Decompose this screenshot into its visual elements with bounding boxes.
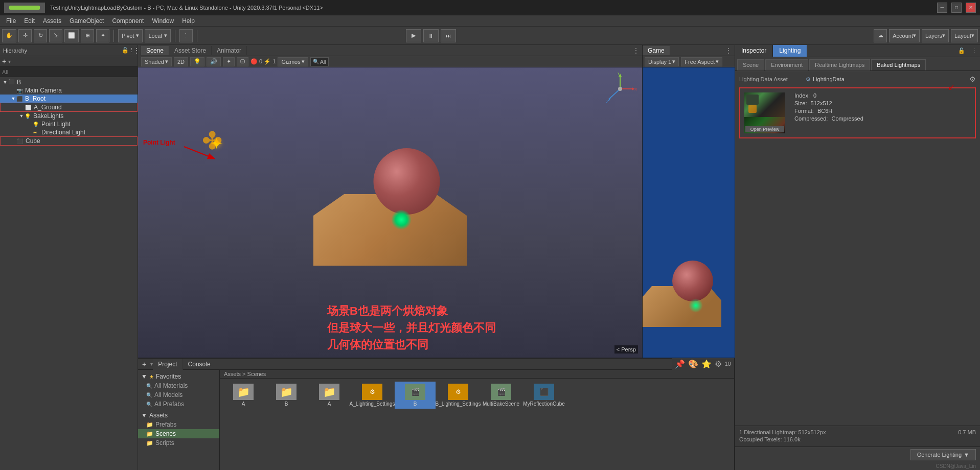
proj-all-materials[interactable]: 🔍 All Materials	[138, 381, 219, 390]
menu-edit[interactable]: Edit	[20, 16, 39, 26]
asset-label: A	[242, 401, 245, 407]
game-panel-options[interactable]: ⋮	[722, 46, 735, 55]
generate-lighting-btn[interactable]: Generate Lighting ▼	[910, 449, 976, 460]
menu-file[interactable]: File	[2, 16, 20, 26]
custom-tool[interactable]: ✦	[96, 29, 109, 42]
maximize-btn[interactable]: □	[951, 3, 962, 13]
tab-animator[interactable]: Animator	[212, 46, 247, 55]
rotate-tool[interactable]: ↻	[34, 29, 47, 42]
display-dropdown[interactable]: Display 1 ▾	[645, 57, 679, 66]
asset-reflection-cube[interactable]: ⬛ MyReflectionCube	[523, 382, 564, 409]
asset-lighting-settings-b[interactable]: ⚙ B_Lighting_Settings	[438, 382, 478, 409]
proj-options-btn[interactable]: ⚙	[715, 359, 722, 369]
lighting-tab-realtime[interactable]: Realtime Lightmaps	[809, 59, 870, 70]
asset-label: MultiBakeScene	[483, 401, 519, 407]
asset-multibake[interactable]: 🎬 MultiBakeScene	[481, 382, 521, 409]
aspect-dropdown[interactable]: Free Aspect ▾	[681, 57, 722, 66]
tab-project[interactable]: Project	[153, 359, 183, 370]
menu-help[interactable]: Help	[178, 16, 199, 26]
proj-lock-btn[interactable]: 📌	[675, 359, 685, 369]
proj-settings-btn[interactable]: 🎨	[688, 359, 698, 369]
main-area: Hierarchy 🔓 ⋮ + ▾ ▼ ⬛ B ▶ 📷 Main Camera	[0, 45, 980, 470]
open-preview-btn[interactable]: Open Preview	[745, 126, 784, 132]
proj-star-btn[interactable]: ⭐	[701, 359, 712, 369]
account-btn[interactable]: Account ▾	[889, 29, 920, 42]
lighting-data-asset-row: Lighting Data Asset ⚙ LightingData ⚙	[739, 75, 976, 83]
proj-all-models[interactable]: 🔍 All Models	[138, 390, 219, 400]
tab-inspector[interactable]: Inspector	[735, 45, 773, 57]
lighting-tab-environment[interactable]: Environment	[765, 59, 808, 70]
add-hierarchy-btn[interactable]: +	[2, 57, 6, 65]
hier-item-a-ground[interactable]: ▶ ⬜ A_Ground	[0, 103, 138, 112]
baked-lightmaps-content: Lighting Data Asset ⚙ LightingData ⚙ ↙	[735, 71, 980, 252]
play-btn[interactable]: ▶	[406, 29, 421, 42]
asset-folder-a1[interactable]: 📁 A	[223, 382, 264, 409]
scene-nav-btn[interactable]: ⛁	[237, 57, 248, 66]
local-dropdown[interactable]: Local ▾	[145, 29, 170, 42]
tab-console[interactable]: Console	[183, 359, 216, 370]
asset-folder-b[interactable]: 📁 B	[266, 382, 307, 409]
proj-scripts[interactable]: 📁 Scripts	[138, 438, 219, 448]
favorites-header[interactable]: ▼ ★ Favorites	[138, 372, 219, 381]
hier-item-b[interactable]: ▼ ⬛ B	[0, 78, 138, 86]
2d-toggle[interactable]: 2D	[174, 57, 188, 66]
tab-asset-store[interactable]: Asset Store	[169, 46, 212, 55]
hierarchy-search[interactable]	[0, 67, 138, 77]
pause-btn[interactable]: ⏸	[423, 29, 439, 42]
menu-gameobject[interactable]: GameObject	[65, 16, 108, 26]
scene-panel-options[interactable]: ⋮	[630, 46, 642, 55]
step-btn[interactable]: ⏭	[441, 29, 456, 42]
right-panel-lock[interactable]: 🔓	[955, 45, 968, 57]
menu-component[interactable]: Component	[108, 16, 148, 26]
folder-icon: 📁	[319, 384, 339, 400]
proj-all-prefabs[interactable]: 🔍 All Prefabs	[138, 400, 219, 409]
asset-lighting-settings-a[interactable]: ⚙ A_Lighting_Settings	[352, 382, 393, 409]
scene-light-btn[interactable]: 💡	[190, 57, 204, 66]
shaded-dropdown[interactable]: Shaded ▾	[141, 57, 172, 66]
right-panel-menu[interactable]: ⋮	[968, 45, 980, 57]
hier-item-main-camera[interactable]: ▶ 📷 Main Camera	[0, 86, 138, 95]
minimize-btn[interactable]: ─	[937, 3, 947, 13]
scene-audio-btn[interactable]: 🔊	[207, 57, 221, 66]
scale-tool[interactable]: ⇲	[49, 29, 62, 42]
rect-tool[interactable]: ⬜	[64, 29, 79, 42]
extras-btn[interactable]: ⋮	[179, 29, 193, 42]
proj-prefabs[interactable]: 📁 Prefabs	[138, 420, 219, 429]
hier-item-dir-light[interactable]: ▶ ☀ Directional Light	[0, 128, 138, 136]
scene-3d-view[interactable]: ✦ ✤	[138, 67, 642, 358]
lighting-tab-baked[interactable]: Baked Lightmaps	[871, 59, 926, 70]
size-label: Size:	[794, 100, 807, 106]
pivot-dropdown[interactable]: Pivot ▾	[118, 29, 143, 42]
tab-game[interactable]: Game	[643, 46, 670, 55]
tab-lighting[interactable]: Lighting	[773, 45, 807, 57]
svg-point-6	[618, 87, 622, 91]
hier-item-b-root[interactable]: ▼ ⬛ B_Root	[0, 95, 138, 103]
move-tool[interactable]: ✛	[18, 29, 32, 42]
assets-header[interactable]: ▼ Assets	[138, 411, 219, 420]
settings-icon: ⚙	[448, 384, 468, 400]
hier-label-point-light: Point Light	[41, 121, 71, 128]
hier-item-bake-lights[interactable]: ▼ 💡 BakeLights	[0, 112, 138, 120]
menu-assets[interactable]: Assets	[39, 16, 65, 26]
tab-scene[interactable]: Scene	[141, 46, 169, 55]
add-project-btn[interactable]: +	[138, 359, 150, 369]
game-3d-view[interactable]	[643, 67, 735, 358]
scene-effects-btn[interactable]: ✦	[223, 57, 235, 66]
lighting-data-settings-btn[interactable]: ⚙	[969, 75, 976, 83]
collab-btn[interactable]: ☁	[874, 29, 887, 42]
hier-item-point-light[interactable]: ▶ 💡 Point Light	[0, 120, 138, 128]
asset-folder-a2[interactable]: 📁 A	[309, 382, 350, 409]
transform-tool[interactable]: ⊕	[81, 29, 94, 42]
right-tabs: Inspector Lighting 🔓 ⋮	[735, 45, 980, 57]
menu-window[interactable]: Window	[148, 16, 178, 26]
layers-btn[interactable]: Layers ▾	[922, 29, 949, 42]
hand-tool[interactable]: ✋	[2, 29, 16, 42]
lighting-tab-scene[interactable]: Scene	[737, 59, 764, 70]
asset-scene-b[interactable]: 🎬 B	[395, 382, 436, 409]
proj-scenes[interactable]: 📁 Scenes	[138, 429, 219, 438]
close-btn[interactable]: ✕	[966, 3, 976, 13]
hier-item-cube[interactable]: ▶ ⬛ Cube	[0, 136, 138, 146]
layout-btn[interactable]: Layout ▾	[951, 29, 978, 42]
generate-row: Generate Lighting ▼	[735, 447, 980, 462]
gizmos-dropdown[interactable]: Gizmos ▾	[278, 57, 308, 66]
